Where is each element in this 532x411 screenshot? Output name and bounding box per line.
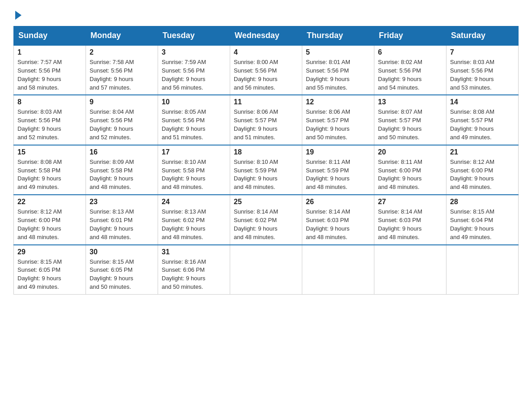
day-number: 14 bbox=[450, 98, 515, 106]
day-info: Sunrise: 8:11 AMSunset: 6:00 PMDaylight:… bbox=[378, 158, 442, 192]
day-info: Sunrise: 8:08 AMSunset: 5:57 PMDaylight:… bbox=[450, 108, 515, 141]
day-info: Sunrise: 8:12 AMSunset: 6:00 PMDaylight:… bbox=[17, 208, 82, 241]
calendar-day-cell: 15Sunrise: 8:08 AMSunset: 5:58 PMDayligh… bbox=[14, 145, 86, 195]
day-info: Sunrise: 7:59 AMSunset: 5:56 PMDaylight:… bbox=[162, 58, 226, 92]
day-info: Sunrise: 8:14 AMSunset: 6:03 PMDaylight:… bbox=[378, 208, 442, 241]
calendar-week-row: 22Sunrise: 8:12 AMSunset: 6:00 PMDayligh… bbox=[14, 195, 519, 244]
page-header bbox=[13, 9, 519, 17]
weekday-header-friday: Friday bbox=[374, 26, 446, 46]
day-info: Sunrise: 8:12 AMSunset: 6:00 PMDaylight:… bbox=[450, 158, 515, 192]
day-number: 9 bbox=[90, 98, 154, 106]
day-info: Sunrise: 8:16 AMSunset: 6:06 PMDaylight:… bbox=[162, 258, 226, 291]
day-info: Sunrise: 8:10 AMSunset: 5:58 PMDaylight:… bbox=[162, 158, 226, 192]
calendar-day-cell: 28Sunrise: 8:15 AMSunset: 6:04 PMDayligh… bbox=[446, 195, 519, 244]
calendar-day-cell: 27Sunrise: 8:14 AMSunset: 6:03 PMDayligh… bbox=[374, 195, 446, 244]
day-number: 5 bbox=[306, 48, 370, 56]
calendar-day-cell: 21Sunrise: 8:12 AMSunset: 6:00 PMDayligh… bbox=[446, 145, 519, 195]
day-info: Sunrise: 8:06 AMSunset: 5:57 PMDaylight:… bbox=[306, 108, 370, 141]
calendar-day-cell: 11Sunrise: 8:06 AMSunset: 5:57 PMDayligh… bbox=[230, 95, 302, 145]
day-number: 31 bbox=[162, 248, 226, 256]
day-number: 27 bbox=[378, 198, 442, 206]
logo bbox=[13, 9, 21, 17]
day-number: 19 bbox=[306, 148, 370, 156]
weekday-header-tuesday: Tuesday bbox=[158, 26, 230, 46]
weekday-header-thursday: Thursday bbox=[302, 26, 374, 46]
calendar-day-cell: 31Sunrise: 8:16 AMSunset: 6:06 PMDayligh… bbox=[158, 245, 230, 295]
day-number: 26 bbox=[306, 198, 370, 206]
calendar-day-cell: 25Sunrise: 8:14 AMSunset: 6:02 PMDayligh… bbox=[230, 195, 302, 244]
calendar-day-cell: 3Sunrise: 7:59 AMSunset: 5:56 PMDaylight… bbox=[158, 45, 230, 95]
calendar-day-cell: 10Sunrise: 8:05 AMSunset: 5:56 PMDayligh… bbox=[158, 95, 230, 145]
calendar-day-cell: 29Sunrise: 8:15 AMSunset: 6:05 PMDayligh… bbox=[14, 245, 86, 295]
day-info: Sunrise: 8:11 AMSunset: 5:59 PMDaylight:… bbox=[306, 158, 370, 192]
calendar-day-cell bbox=[446, 245, 519, 295]
calendar-day-cell: 22Sunrise: 8:12 AMSunset: 6:00 PMDayligh… bbox=[14, 195, 86, 244]
day-info: Sunrise: 8:13 AMSunset: 6:01 PMDaylight:… bbox=[90, 208, 154, 241]
day-number: 15 bbox=[17, 148, 82, 156]
calendar-day-cell: 1Sunrise: 7:57 AMSunset: 5:56 PMDaylight… bbox=[14, 45, 86, 95]
calendar-day-cell: 8Sunrise: 8:03 AMSunset: 5:56 PMDaylight… bbox=[14, 95, 86, 145]
calendar-day-cell: 5Sunrise: 8:01 AMSunset: 5:56 PMDaylight… bbox=[302, 45, 374, 95]
calendar-day-cell: 17Sunrise: 8:10 AMSunset: 5:58 PMDayligh… bbox=[158, 145, 230, 195]
weekday-header-monday: Monday bbox=[86, 26, 158, 46]
day-number: 22 bbox=[17, 198, 82, 206]
day-number: 17 bbox=[162, 148, 226, 156]
day-number: 28 bbox=[450, 198, 515, 206]
day-number: 11 bbox=[234, 98, 298, 106]
day-number: 13 bbox=[378, 98, 442, 106]
day-number: 18 bbox=[234, 148, 298, 156]
day-info: Sunrise: 8:05 AMSunset: 5:56 PMDaylight:… bbox=[162, 108, 226, 141]
calendar-week-row: 1Sunrise: 7:57 AMSunset: 5:56 PMDaylight… bbox=[14, 45, 519, 95]
calendar-day-cell: 23Sunrise: 8:13 AMSunset: 6:01 PMDayligh… bbox=[86, 195, 158, 244]
calendar-day-cell: 2Sunrise: 7:58 AMSunset: 5:56 PMDaylight… bbox=[86, 45, 158, 95]
calendar-day-cell: 6Sunrise: 8:02 AMSunset: 5:56 PMDaylight… bbox=[374, 45, 446, 95]
day-info: Sunrise: 8:13 AMSunset: 6:02 PMDaylight:… bbox=[162, 208, 226, 241]
calendar-day-cell: 12Sunrise: 8:06 AMSunset: 5:57 PMDayligh… bbox=[302, 95, 374, 145]
day-number: 21 bbox=[450, 148, 515, 156]
day-info: Sunrise: 8:15 AMSunset: 6:05 PMDaylight:… bbox=[17, 258, 82, 291]
calendar-day-cell: 24Sunrise: 8:13 AMSunset: 6:02 PMDayligh… bbox=[158, 195, 230, 244]
day-number: 4 bbox=[234, 48, 298, 56]
day-info: Sunrise: 8:08 AMSunset: 5:58 PMDaylight:… bbox=[17, 158, 82, 192]
calendar-day-cell: 18Sunrise: 8:10 AMSunset: 5:59 PMDayligh… bbox=[230, 145, 302, 195]
day-number: 8 bbox=[17, 98, 82, 106]
day-number: 10 bbox=[162, 98, 226, 106]
day-info: Sunrise: 8:06 AMSunset: 5:57 PMDaylight:… bbox=[234, 108, 298, 141]
day-info: Sunrise: 8:14 AMSunset: 6:02 PMDaylight:… bbox=[234, 208, 298, 241]
calendar-day-cell bbox=[302, 245, 374, 295]
calendar-day-cell: 30Sunrise: 8:15 AMSunset: 6:05 PMDayligh… bbox=[86, 245, 158, 295]
day-info: Sunrise: 8:00 AMSunset: 5:56 PMDaylight:… bbox=[234, 58, 298, 92]
calendar-table: SundayMondayTuesdayWednesdayThursdayFrid… bbox=[13, 26, 519, 295]
day-info: Sunrise: 8:10 AMSunset: 5:59 PMDaylight:… bbox=[234, 158, 298, 192]
day-number: 25 bbox=[234, 198, 298, 206]
day-number: 29 bbox=[17, 248, 82, 256]
day-number: 30 bbox=[90, 248, 154, 256]
day-info: Sunrise: 7:58 AMSunset: 5:56 PMDaylight:… bbox=[90, 58, 154, 92]
calendar-day-cell: 7Sunrise: 8:03 AMSunset: 5:56 PMDaylight… bbox=[446, 45, 519, 95]
day-number: 16 bbox=[90, 148, 154, 156]
day-info: Sunrise: 8:14 AMSunset: 6:03 PMDaylight:… bbox=[306, 208, 370, 241]
calendar-week-row: 8Sunrise: 8:03 AMSunset: 5:56 PMDaylight… bbox=[14, 95, 519, 145]
day-number: 23 bbox=[90, 198, 154, 206]
day-number: 7 bbox=[450, 48, 515, 56]
day-number: 1 bbox=[17, 48, 82, 56]
day-number: 20 bbox=[378, 148, 442, 156]
day-info: Sunrise: 8:09 AMSunset: 5:58 PMDaylight:… bbox=[90, 158, 154, 192]
day-info: Sunrise: 8:04 AMSunset: 5:56 PMDaylight:… bbox=[90, 108, 154, 141]
day-info: Sunrise: 8:01 AMSunset: 5:56 PMDaylight:… bbox=[306, 58, 370, 92]
day-info: Sunrise: 8:03 AMSunset: 5:56 PMDaylight:… bbox=[450, 58, 515, 92]
weekday-header-saturday: Saturday bbox=[446, 26, 519, 46]
day-info: Sunrise: 8:15 AMSunset: 6:05 PMDaylight:… bbox=[90, 258, 154, 291]
calendar-day-cell: 26Sunrise: 8:14 AMSunset: 6:03 PMDayligh… bbox=[302, 195, 374, 244]
day-number: 3 bbox=[162, 48, 226, 56]
day-info: Sunrise: 8:07 AMSunset: 5:57 PMDaylight:… bbox=[378, 108, 442, 141]
calendar-day-cell: 20Sunrise: 8:11 AMSunset: 6:00 PMDayligh… bbox=[374, 145, 446, 195]
calendar-day-cell: 19Sunrise: 8:11 AMSunset: 5:59 PMDayligh… bbox=[302, 145, 374, 195]
day-info: Sunrise: 7:57 AMSunset: 5:56 PMDaylight:… bbox=[17, 58, 82, 92]
day-number: 2 bbox=[90, 48, 154, 56]
calendar-week-row: 29Sunrise: 8:15 AMSunset: 6:05 PMDayligh… bbox=[14, 245, 519, 295]
calendar-day-cell: 13Sunrise: 8:07 AMSunset: 5:57 PMDayligh… bbox=[374, 95, 446, 145]
weekday-header-sunday: Sunday bbox=[14, 26, 86, 46]
day-number: 6 bbox=[378, 48, 442, 56]
calendar-day-cell: 4Sunrise: 8:00 AMSunset: 5:56 PMDaylight… bbox=[230, 45, 302, 95]
